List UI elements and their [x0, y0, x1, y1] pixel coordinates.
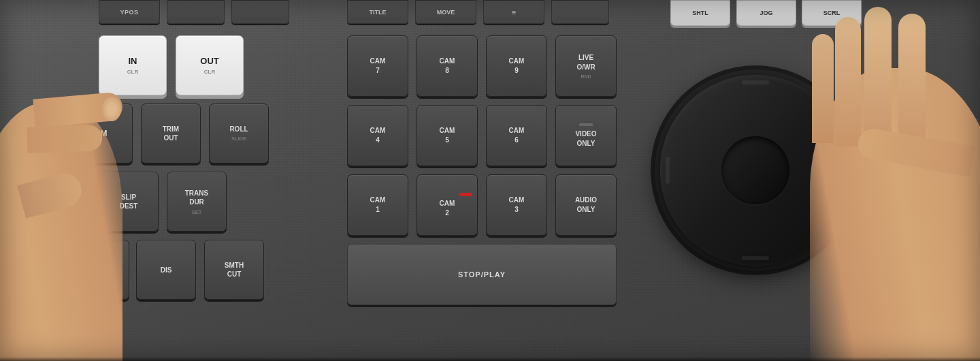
move-label: MOVE	[437, 9, 455, 16]
video-only-label: VIDEOONLY	[575, 129, 596, 148]
rnd-sublabel: RND	[581, 74, 591, 79]
scrl-key[interactable]: SCRL	[802, 0, 862, 26]
m-key[interactable]: M	[75, 104, 133, 163]
scrl-label: SCRL	[823, 10, 840, 16]
stop-play-key[interactable]: STOP/PLAY	[347, 244, 617, 305]
in-key[interactable]: IN CLR	[99, 35, 167, 95]
cam2-label: CAM2	[440, 199, 455, 218]
m-label: M	[101, 129, 108, 138]
cam7-label: CAM7	[370, 57, 386, 76]
menu-key[interactable]: ≡	[483, 0, 544, 24]
dis-label: DIS	[161, 266, 172, 274]
jog-wheel-inner	[721, 136, 789, 204]
audio-only-label: AUDIOONLY	[575, 195, 597, 215]
roll-label: ROLL	[229, 125, 248, 133]
slide-sublabel: SLIDE	[231, 136, 246, 142]
cam8-label: CAM8	[440, 57, 455, 76]
cam6-key[interactable]: CAM6	[486, 105, 547, 166]
cam4-label: CAM4	[370, 126, 386, 145]
live-owr-label: LIVEO/WR	[576, 53, 595, 72]
slip-dest-key[interactable]: SLIPDEST	[99, 172, 159, 232]
cam3-label: CAM3	[509, 195, 525, 215]
trim-out-key[interactable]: TRIMOUT	[141, 104, 201, 163]
roll-key[interactable]: ROLL SLIDE	[209, 104, 269, 163]
smth-cut-key[interactable]: SMTHCUT	[204, 240, 264, 300]
audio-only-key[interactable]: AUDIOONLY	[555, 174, 617, 236]
empty-key-2[interactable]	[231, 0, 289, 24]
in-sublabel: CLR	[127, 69, 138, 75]
dis-key[interactable]: DIS	[136, 240, 196, 300]
jog-key[interactable]: JOG	[736, 0, 796, 26]
ypos-label: YPOS	[120, 9, 138, 16]
move-key[interactable]: MOVE	[415, 0, 476, 24]
in-label: IN	[129, 56, 137, 66]
slip-dest-label: SLIPDEST	[120, 193, 138, 210]
jog-label: JOG	[760, 10, 772, 16]
cam7-key[interactable]: CAM7	[347, 35, 408, 97]
cam6-label: CAM6	[509, 126, 525, 145]
cam9-key[interactable]: CAM9	[486, 35, 547, 97]
shtl-label: SHTL	[692, 10, 708, 16]
video-only-key[interactable]: VIDEOONLY	[555, 105, 617, 166]
cam5-key[interactable]: CAM5	[416, 105, 478, 166]
cam2-red-dot	[459, 193, 472, 196]
shtl-key[interactable]: SHTL	[670, 0, 730, 26]
trans-dur-key[interactable]: TRANSDUR SET	[167, 172, 227, 232]
cam2-key[interactable]: CAM2	[416, 174, 478, 236]
jog-wheel-area	[653, 41, 858, 300]
keyboard-device: YPOS TITLE MOVE ≡ SHTL JOG SCRL IN CLR O…	[0, 0, 980, 361]
cam5-label: CAM5	[440, 126, 455, 145]
smth-cut-label: SMTHCUT	[225, 261, 244, 279]
out-key[interactable]: OUT CLR	[176, 35, 244, 95]
empty-key-3[interactable]	[551, 0, 609, 24]
out-sublabel: CLR	[204, 69, 215, 75]
cam1-label: CAM1	[370, 195, 386, 215]
ypos-key[interactable]: YPOS	[99, 0, 160, 24]
cam3-key[interactable]: CAM3	[486, 174, 547, 236]
set-sublabel: SET	[192, 209, 202, 215]
title-label: TITLE	[370, 9, 387, 16]
out-label: OUT	[200, 56, 218, 66]
stop-play-label: STOP/PLAY	[458, 270, 506, 279]
video-only-indicator	[579, 123, 593, 126]
cam8-key[interactable]: CAM8	[416, 35, 478, 97]
menu-icon: ≡	[512, 8, 516, 16]
live-owr-key[interactable]: LIVEO/WR RND	[555, 35, 617, 97]
cam9-label: CAM9	[509, 57, 525, 76]
cam4-key[interactable]: CAM4	[347, 105, 408, 166]
ut-key[interactable]: UT	[75, 240, 129, 300]
jog-wheel-outer[interactable]	[660, 75, 851, 266]
empty-key-1[interactable]	[167, 0, 225, 24]
cam1-key[interactable]: CAM1	[347, 174, 408, 236]
trans-dur-label: TRANSDUR	[185, 189, 208, 206]
ut-label: UT	[97, 266, 106, 274]
title-key[interactable]: TITLE	[347, 0, 408, 24]
trim-out-label: TRIMOUT	[163, 125, 179, 142]
